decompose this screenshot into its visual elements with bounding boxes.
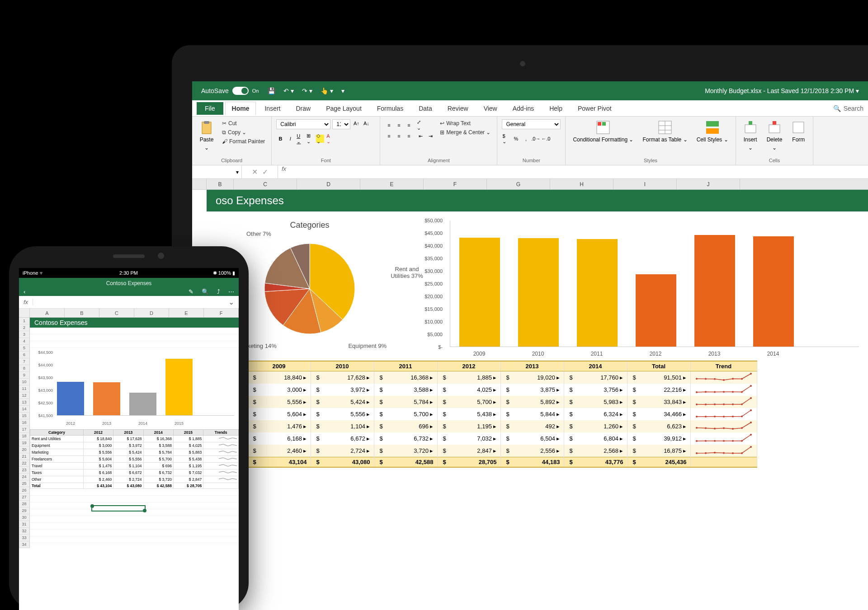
col-header[interactable]: J xyxy=(677,179,740,189)
phone-table-row[interactable]: Travel$ 1,476$ 1,104$ 696$ 1,195 xyxy=(30,463,239,469)
phone-col-header[interactable]: C xyxy=(99,309,134,317)
autosave-toggle[interactable]: AutoSave On xyxy=(201,87,259,95)
col-header[interactable]: I xyxy=(613,179,677,189)
number-format-select[interactable]: General xyxy=(502,119,561,129)
redo-icon[interactable]: ↷ ▾ xyxy=(302,87,312,94)
phone-col-header[interactable]: E xyxy=(169,309,204,317)
col-header[interactable]: H xyxy=(550,179,613,189)
phone-table-row[interactable]: Equipment$ 3,000$ 3,972$ 3,588$ 4,025 xyxy=(30,442,239,449)
align-left-icon[interactable]: ≡ xyxy=(385,132,393,140)
increase-font-icon[interactable]: A↑ xyxy=(352,119,360,127)
format-cells-button[interactable]: Form xyxy=(788,119,808,144)
bar-chart[interactable]: $50,000$45,000$40,000$35,000$30,000$25,0… xyxy=(418,221,859,361)
phone-table-row[interactable]: Freelancers$ 5,604$ 5,556$ 5,700$ 5,438 xyxy=(30,456,239,463)
table-row[interactable]: $2,460 ▸$2,724 ▸$3,720 ▸$2,847 ▸$2,556 ▸… xyxy=(207,445,757,457)
expense-table[interactable]: 200920102011201220132014TotalTrend Utili… xyxy=(207,361,757,468)
formula-input[interactable] xyxy=(290,165,868,178)
table-row-total[interactable]: $43,104$43,080$42,588$28,705$44,183$43,7… xyxy=(207,457,757,468)
align-top-icon[interactable]: ≡ xyxy=(385,121,393,129)
select-all-corner[interactable] xyxy=(192,179,207,189)
increase-decimal-icon[interactable]: .0→ xyxy=(532,135,540,143)
font-name-select[interactable]: Calibri xyxy=(276,119,330,129)
bold-button[interactable]: B xyxy=(276,135,284,143)
underline-button[interactable]: U ⌄ xyxy=(296,135,304,143)
tab-addins[interactable]: Add-ins xyxy=(506,102,541,115)
phone-expense-table[interactable]: Category2012201320142015TrendsRent and U… xyxy=(30,429,239,489)
selection-handle-icon[interactable] xyxy=(143,509,146,512)
tab-file[interactable]: File xyxy=(197,102,223,115)
delete-cells-button[interactable]: Delete⌄ xyxy=(764,119,785,152)
table-row[interactable]: $6,168 ▸$6,672 ▸$6,732 ▸$7,032 ▸$6,504 ▸… xyxy=(207,432,757,445)
tab-view[interactable]: View xyxy=(477,102,504,115)
cut-button[interactable]: ✂Cut xyxy=(220,119,267,127)
worksheet[interactable]: oso Expenses Categories Marketing 14% Eq… xyxy=(192,190,868,468)
qat-customize-icon[interactable]: ▾ xyxy=(341,87,344,94)
phone-bar-chart[interactable]: $44,500$44,000$43,500$43,000$42,500$41,5… xyxy=(30,348,239,429)
phone-table-row[interactable]: Other$ 2,460$ 2,724$ 3,720$ 2,847 xyxy=(30,476,239,483)
accept-formula-icon[interactable]: ✓ xyxy=(262,168,268,176)
phone-col-header[interactable]: B xyxy=(65,309,99,317)
format-as-table-button[interactable]: Format as Table ⌄ xyxy=(640,119,690,144)
autosave-switch[interactable] xyxy=(232,87,249,95)
col-header[interactable]: C xyxy=(234,179,297,189)
italic-button[interactable]: I xyxy=(286,135,294,143)
decrease-indent-icon[interactable]: ⇤ xyxy=(416,132,425,140)
draw-icon[interactable]: ✎ xyxy=(189,286,193,297)
percent-icon[interactable]: % xyxy=(512,135,520,143)
col-header[interactable]: F xyxy=(424,179,487,189)
cell-styles-button[interactable]: Cell Styles ⌄ xyxy=(694,119,731,144)
phone-formula-dropdown-icon[interactable]: ⌄ xyxy=(224,298,239,306)
align-right-icon[interactable]: ≡ xyxy=(405,132,413,140)
tab-formulas[interactable]: Formulas xyxy=(370,102,410,115)
phone-fx-icon[interactable]: fx xyxy=(19,299,33,305)
phone-col-header[interactable]: D xyxy=(134,309,169,317)
document-title[interactable]: Monthly Budget.xlsx - Last Saved 12/1/20… xyxy=(705,87,859,94)
decrease-font-icon[interactable]: A↓ xyxy=(362,119,370,127)
cancel-formula-icon[interactable]: ✕ xyxy=(252,168,258,176)
tab-help[interactable]: Help xyxy=(542,102,569,115)
paste-button[interactable]: Paste ⌄ xyxy=(197,119,217,152)
table-row[interactable]: $5,556 ▸$5,424 ▸$5,784 ▸$5,700 ▸$5,892 ▸… xyxy=(207,396,757,408)
phone-select-all[interactable] xyxy=(19,309,30,317)
undo-icon[interactable]: ↶ ▾ xyxy=(283,87,294,94)
tab-power-pivot[interactable]: Power Pivot xyxy=(571,102,618,115)
insert-cells-button[interactable]: Insert⌄ xyxy=(741,119,760,152)
merge-center-button[interactable]: ⊞Merge & Center ⌄ xyxy=(438,128,492,136)
phone-table-row[interactable]: Taxes$ 6,168$ 6,672$ 6,732$ 7,032 xyxy=(30,469,239,476)
more-icon[interactable]: ⋯ xyxy=(228,286,234,297)
decrease-decimal-icon[interactable]: ←.0 xyxy=(542,135,550,143)
phone-col-header[interactable]: A xyxy=(30,309,65,317)
format-painter-button[interactable]: 🖌Format Painter xyxy=(220,137,267,145)
search-icon[interactable]: 🔍 xyxy=(202,286,209,297)
col-header[interactable]: B xyxy=(207,179,234,189)
font-color-button[interactable]: A ⌄ xyxy=(326,135,334,143)
back-icon[interactable]: ‹ xyxy=(24,286,25,297)
copy-button[interactable]: ⧉Copy ⌄ xyxy=(220,128,267,136)
tab-data[interactable]: Data xyxy=(412,102,439,115)
tab-home[interactable]: Home xyxy=(225,102,256,115)
align-bottom-icon[interactable]: ≡ xyxy=(405,121,413,129)
share-icon[interactable]: ⤴ xyxy=(217,286,220,297)
wrap-text-button[interactable]: ↩Wrap Text xyxy=(438,119,492,127)
ribbon-search[interactable]: 🔍 Search xyxy=(833,105,863,112)
tab-page-layout[interactable]: Page Layout xyxy=(319,102,368,115)
col-header[interactable]: G xyxy=(487,179,550,189)
selection-handle-icon[interactable] xyxy=(90,504,94,508)
phone-table-row[interactable]: Marketing$ 5,556$ 5,424$ 5,784$ 5,883 xyxy=(30,449,239,456)
conditional-formatting-button[interactable]: Conditional Formatting ⌄ xyxy=(570,119,636,144)
orientation-icon[interactable]: ⤢ ⌄ xyxy=(416,121,425,129)
touch-mode-icon[interactable]: 👆 ▾ xyxy=(321,87,333,94)
table-row[interactable]: Utilities$18,840 ▸$17,628 ▸$16,368 ▸$1,8… xyxy=(207,371,757,384)
fill-color-button[interactable]: ◇ ⌄ xyxy=(316,135,324,143)
border-button[interactable]: ⊞ ⌄ xyxy=(306,135,314,143)
align-middle-icon[interactable]: ≡ xyxy=(395,121,403,129)
table-row[interactable]: $1,476 ▸$1,104 ▸$696 ▸$1,195 ▸$492 ▸$1,2… xyxy=(207,420,757,432)
table-row[interactable]: $3,000 ▸$3,972 ▸$3,588 ▸$4,025 ▸$3,875 ▸… xyxy=(207,384,757,396)
currency-icon[interactable]: $ ⌄ xyxy=(502,135,510,143)
tab-insert[interactable]: Insert xyxy=(258,102,287,115)
font-size-select[interactable]: 11 xyxy=(332,119,350,129)
name-box[interactable]: ▾ xyxy=(192,165,242,178)
comma-icon[interactable]: , xyxy=(522,135,530,143)
phone-col-header[interactable]: F xyxy=(204,309,239,317)
increase-indent-icon[interactable]: ⇥ xyxy=(426,132,434,140)
